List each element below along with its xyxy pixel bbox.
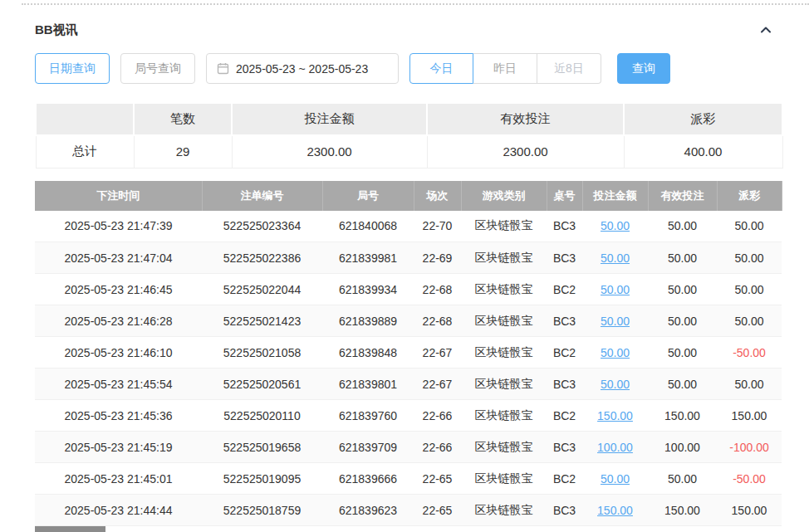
bet-amount-link[interactable]: 50.00 xyxy=(601,378,630,391)
calendar-icon xyxy=(217,62,229,75)
valid-bet: 50.00 xyxy=(648,274,717,305)
game-type: 区块链骰宝 xyxy=(461,337,547,368)
date-range-value: 2025-05-23 ~ 2025-05-23 xyxy=(236,62,368,76)
game-type: 区块链骰宝 xyxy=(461,368,547,400)
game-type: 区块链骰宝 xyxy=(461,463,547,495)
valid-bet: 50.00 xyxy=(648,305,717,337)
round-id: 621839889 xyxy=(322,305,414,337)
bet-time: 2025-05-23 21:46:28 xyxy=(35,305,202,337)
today-button[interactable]: 今日 xyxy=(409,53,473,84)
bet-amount-link[interactable]: 50.00 xyxy=(601,219,630,232)
yesterday-button[interactable]: 昨日 xyxy=(473,53,537,84)
game-type: 区块链骰宝 xyxy=(461,400,547,432)
header-round-id: 局号 xyxy=(322,181,414,211)
bet-id: 522525021423 xyxy=(202,305,322,337)
payout-cell: 50.00 xyxy=(717,368,782,400)
bet-amount-link[interactable]: 50.00 xyxy=(601,283,630,296)
bet-amount-link[interactable]: 150.00 xyxy=(597,409,633,422)
payout-cell: 50.00 xyxy=(717,274,782,305)
valid-bet: 50.00 xyxy=(648,368,717,400)
summary-total-bet-amount: 2300.00 xyxy=(232,135,427,168)
search-button[interactable]: 查询 xyxy=(617,53,670,84)
bet-time: 2025-05-23 21:44:44 xyxy=(35,495,202,526)
bet-amount-link[interactable]: 50.00 xyxy=(601,315,630,328)
game-type: 区块链骰宝 xyxy=(461,305,547,337)
round-id: 621839760 xyxy=(322,400,414,432)
bet-id: 522525023364 xyxy=(202,211,322,242)
round-id: 621839848 xyxy=(322,337,414,368)
bet-id: 522525018759 xyxy=(202,495,322,526)
table-no: BC2 xyxy=(547,463,582,495)
round-id: 621839623 xyxy=(322,495,414,526)
round-id: 621839666 xyxy=(322,463,414,495)
bet-time: 2025-05-23 21:46:10 xyxy=(35,337,202,368)
date-range-input[interactable]: 2025-05-23 ~ 2025-05-23 xyxy=(206,53,399,84)
valid-bet: 50.00 xyxy=(648,337,717,368)
bet-amount-link[interactable]: 50.00 xyxy=(601,251,630,265)
round-id: 621839709 xyxy=(322,432,414,463)
session: 22-68 xyxy=(414,274,461,305)
round-id: 621839981 xyxy=(322,242,414,274)
session: 22-69 xyxy=(414,242,461,274)
bet-time: 2025-05-23 21:45:01 xyxy=(35,463,202,495)
header-payout: 派彩 xyxy=(717,181,782,211)
summary-header-count: 笔数 xyxy=(134,103,232,135)
valid-bet: 100.00 xyxy=(648,432,717,463)
summary-total-valid-bet: 2300.00 xyxy=(427,135,624,168)
table-row: 2025-05-23 21:47:04 522525022386 6218399… xyxy=(35,242,782,274)
payout-cell: 150.00 xyxy=(717,400,782,432)
table-no: BC3 xyxy=(547,432,582,463)
valid-bet: 50.00 xyxy=(648,242,717,274)
header-bet-id: 注单编号 xyxy=(202,181,322,211)
session: 22-66 xyxy=(414,400,461,432)
collapse-chevron-icon[interactable] xyxy=(758,22,774,38)
header-table-no: 桌号 xyxy=(547,181,582,211)
header-bet-amount: 投注金额 xyxy=(582,181,648,211)
game-type: 区块链骰宝 xyxy=(461,274,547,305)
table-no: BC2 xyxy=(547,337,582,368)
header-game-type: 游戏类别 xyxy=(461,181,547,211)
summary-header-bet-amount: 投注金额 xyxy=(232,103,427,135)
game-type: 区块链骰宝 xyxy=(461,432,547,463)
header-bet-time: 下注时间 xyxy=(35,181,202,211)
detail-header-row: 下注时间 注单编号 局号 场次 游戏类别 桌号 投注金额 有效投注 派彩 xyxy=(35,181,782,211)
table-no: BC3 xyxy=(547,211,582,242)
bet-amount-link[interactable]: 50.00 xyxy=(601,346,630,359)
table-no: BC2 xyxy=(547,274,582,305)
table-row: 2025-05-23 21:46:10 522525021058 6218398… xyxy=(35,337,782,368)
bet-amount-link[interactable]: 150.00 xyxy=(597,504,633,517)
bet-time: 2025-05-23 21:46:45 xyxy=(35,274,202,305)
payout-cell: -100.00 xyxy=(717,432,782,463)
bet-time: 2025-05-23 21:47:39 xyxy=(35,211,202,242)
table-row: 2025-05-23 21:46:45 522525022044 6218399… xyxy=(35,274,782,305)
summary-total-payout: 400.00 xyxy=(624,135,782,168)
table-row: 2025-05-23 21:45:01 522525019095 6218396… xyxy=(35,463,782,495)
table-no: BC3 xyxy=(547,305,582,337)
last-8-days-button[interactable]: 近8日 xyxy=(537,53,601,84)
valid-bet: 150.00 xyxy=(648,495,717,526)
bet-time: 2025-05-23 21:45:36 xyxy=(35,400,202,432)
summary-table: 笔数 投注金额 有效投注 派彩 总计 29 2300.00 2300.00 40… xyxy=(35,102,783,168)
game-type: 区块链骰宝 xyxy=(461,242,547,274)
summary-header-payout: 派彩 xyxy=(624,103,782,135)
round-id: 621839934 xyxy=(322,274,414,305)
date-query-button[interactable]: 日期查询 xyxy=(35,53,110,84)
bet-id: 522525019095 xyxy=(202,463,322,495)
session: 22-66 xyxy=(414,432,461,463)
bet-id: 522525020110 xyxy=(202,400,322,432)
valid-bet: 150.00 xyxy=(648,400,717,432)
table-row: 2025-05-23 21:44:44 522525018759 6218396… xyxy=(35,495,782,526)
bet-id: 522525019658 xyxy=(202,432,322,463)
payout-cell: 50.00 xyxy=(717,211,782,242)
payout-cell: 50.00 xyxy=(717,305,782,337)
round-query-button[interactable]: 局号查询 xyxy=(120,53,195,84)
summary-total-row: 总计 29 2300.00 2300.00 400.00 xyxy=(36,135,782,168)
page: BB视讯 日期查询 局号查询 2025-05-23 ~ 2025-05-23 今… xyxy=(0,3,809,532)
game-type: 区块链骰宝 xyxy=(461,211,547,242)
bet-amount-link[interactable]: 50.00 xyxy=(601,472,630,486)
bet-amount-link[interactable]: 100.00 xyxy=(597,441,633,454)
quick-range-group: 今日 昨日 近8日 xyxy=(409,53,601,84)
session: 22-65 xyxy=(414,495,461,526)
valid-bet: 50.00 xyxy=(648,463,717,495)
payout-cell: -50.00 xyxy=(717,463,782,495)
